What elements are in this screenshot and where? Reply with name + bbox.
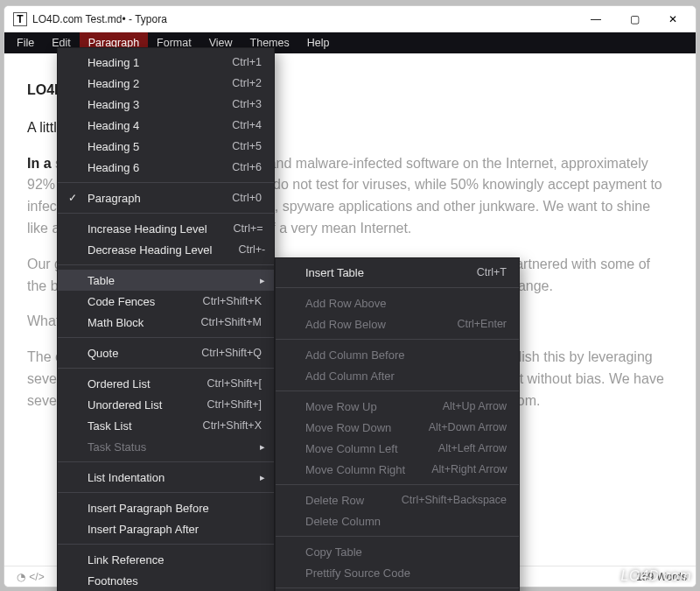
menu-separator	[58, 492, 274, 493]
menu-separator	[276, 587, 519, 588]
menu-item-label: Footnotes	[88, 574, 262, 587]
menu-item-label: Insert Table	[305, 266, 477, 279]
menu-item-label: Heading 5	[88, 140, 232, 153]
menu-item-shortcut: Ctrl+Shift+X	[203, 419, 262, 432]
menu-item-unordered-list[interactable]: Unordered ListCtrl+Shift+]	[58, 394, 274, 415]
menu-item-label: Heading 2	[88, 77, 232, 90]
menu-help[interactable]: Help	[298, 32, 339, 53]
menu-item-shortcut: Ctrl+5	[232, 140, 262, 152]
menu-separator	[58, 337, 274, 338]
menu-item-insert-table[interactable]: Insert TableCtrl+T	[276, 262, 519, 283]
menu-item-increase-heading-level[interactable]: Increase Heading LevelCtrl+=	[58, 218, 274, 239]
menu-item-heading-4[interactable]: Heading 4Ctrl+4	[58, 115, 274, 136]
menu-item-task-status: Task Status	[58, 436, 274, 457]
menu-item-label: Heading 6	[88, 161, 232, 174]
menu-item-label: Insert Paragraph After	[88, 523, 262, 536]
menu-item-delete-row: Delete RowCtrl+Shift+Backspace	[276, 489, 519, 510]
menu-item-label: Quote	[88, 347, 201, 360]
doc-paragraph-lead: In a	[27, 156, 52, 171]
menu-item-label: Link Reference	[88, 553, 262, 566]
menu-item-shortcut: Ctrl+-	[238, 243, 265, 256]
menu-item-shortcut: Ctrl+Shift+[	[206, 377, 262, 390]
menu-item-label: Increase Heading Level	[88, 222, 234, 236]
sidebar-toggle-icon[interactable]: ◔	[13, 571, 29, 583]
menu-item-move-row-down: Move Row DownAlt+Down Arrow	[276, 417, 519, 438]
source-mode-icon[interactable]: </>	[29, 571, 45, 583]
menu-item-insert-paragraph-after[interactable]: Insert Paragraph After	[58, 518, 274, 539]
menu-item-add-row-above: Add Row Above	[276, 292, 519, 313]
menu-item-shortcut: Ctrl+4	[232, 119, 262, 131]
menu-item-label: List Indentation	[88, 471, 262, 484]
menu-item-paragraph[interactable]: ParagraphCtrl+0	[58, 187, 274, 208]
menu-item-label: Table	[88, 274, 262, 287]
menu-item-move-row-up: Move Row UpAlt+Up Arrow	[276, 396, 519, 417]
menu-separator	[58, 544, 274, 545]
menu-item-move-column-left: Move Column LeftAlt+Left Arrow	[276, 438, 519, 459]
menu-separator	[276, 536, 519, 537]
menu-item-shortcut: Ctrl+Shift+M	[201, 316, 262, 328]
menu-item-task-list[interactable]: Task ListCtrl+Shift+X	[58, 415, 274, 436]
menu-item-code-fences[interactable]: Code FencesCtrl+Shift+K	[58, 291, 274, 312]
menu-item-move-column-right: Move Column RightAlt+Right Arrow	[276, 459, 519, 480]
menu-item-shortcut: Ctrl+3	[232, 98, 262, 110]
menu-separator	[58, 182, 274, 183]
word-count[interactable]: 159 Words	[636, 571, 687, 583]
menu-item-shortcut: Ctrl+T	[477, 266, 507, 278]
menu-item-label: Heading 4	[88, 119, 232, 132]
menu-item-insert-paragraph-before[interactable]: Insert Paragraph Before	[58, 497, 274, 518]
menu-item-link-reference[interactable]: Link Reference	[58, 549, 274, 570]
menu-item-label: Math Block	[88, 316, 201, 329]
menu-item-shortcut: Alt+Right Arrow	[431, 463, 508, 475]
app-icon: T	[13, 12, 27, 26]
paragraph-menu: Heading 1Ctrl+1Heading 2Ctrl+2Heading 3C…	[57, 47, 275, 591]
menu-item-shortcut: Ctrl+1	[232, 56, 262, 68]
menu-item-decrease-heading-level[interactable]: Decrease Heading LevelCtrl+-	[58, 239, 274, 260]
window-title: LO4D.com Test.md• - Typora	[32, 13, 167, 25]
menu-file[interactable]: File	[8, 32, 43, 53]
menu-item-delete-column: Delete Column	[276, 510, 519, 531]
menu-item-label: Move Row Down	[305, 421, 429, 434]
menu-item-shortcut: Ctrl+=	[234, 222, 263, 235]
menu-item-footnotes[interactable]: Footnotes	[58, 570, 274, 591]
table-submenu: Insert TableCtrl+TAdd Row AboveAdd Row B…	[275, 257, 520, 591]
menu-item-label: Add Column Before	[305, 348, 507, 362]
menu-item-add-row-below: Add Row BelowCtrl+Enter	[276, 313, 519, 334]
menu-item-label: Prettify Source Code	[305, 566, 507, 580]
minimize-button[interactable]: —	[577, 6, 615, 32]
menu-item-heading-5[interactable]: Heading 5Ctrl+5	[58, 136, 274, 157]
menu-item-label: Task Status	[88, 440, 262, 454]
menu-item-heading-3[interactable]: Heading 3Ctrl+3	[58, 94, 274, 115]
menu-separator	[276, 484, 519, 485]
menu-item-quote[interactable]: QuoteCtrl+Shift+Q	[58, 342, 274, 363]
menu-item-label: Decrease Heading Level	[88, 243, 238, 257]
menu-item-shortcut: Ctrl+Shift+Q	[201, 347, 262, 359]
menu-item-label: Code Fences	[88, 295, 203, 308]
menu-item-list-indentation[interactable]: List Indentation	[58, 467, 274, 488]
menu-item-shortcut: Ctrl+Shift+K	[203, 295, 262, 307]
menu-item-math-block[interactable]: Math BlockCtrl+Shift+M	[58, 312, 274, 333]
menu-item-shortcut: Alt+Left Arrow	[438, 442, 507, 454]
menu-item-label: Heading 3	[88, 98, 232, 111]
menu-item-label: Move Row Up	[305, 400, 443, 413]
menu-item-label: Insert Paragraph Before	[88, 502, 262, 515]
menu-item-ordered-list[interactable]: Ordered ListCtrl+Shift+[	[58, 373, 274, 394]
titlebar: T LO4D.com Test.md• - Typora — ▢ ✕	[4, 6, 696, 32]
menu-item-label: Heading 1	[88, 56, 232, 69]
menu-separator	[58, 264, 274, 265]
menu-item-heading-2[interactable]: Heading 2Ctrl+2	[58, 73, 274, 94]
menu-item-heading-6[interactable]: Heading 6Ctrl+6	[58, 157, 274, 178]
menu-item-label: Move Column Left	[305, 442, 438, 455]
menu-item-label: Ordered List	[88, 377, 206, 390]
menu-item-label: Task List	[88, 419, 203, 433]
maximize-button[interactable]: ▢	[615, 6, 654, 32]
menu-item-shortcut: Ctrl+Shift+Backspace	[402, 494, 507, 506]
menu-item-table[interactable]: Table	[58, 270, 274, 291]
menu-item-label: Copy Table	[305, 545, 507, 559]
menu-item-label: Add Column After	[305, 369, 507, 383]
menu-item-heading-1[interactable]: Heading 1Ctrl+1	[58, 52, 274, 73]
menu-item-shortcut: Ctrl+Enter	[457, 318, 507, 330]
close-button[interactable]: ✕	[654, 6, 692, 32]
menu-item-add-column-before: Add Column Before	[276, 344, 519, 365]
menu-item-label: Move Column Right	[305, 463, 431, 476]
menu-separator	[58, 213, 274, 214]
